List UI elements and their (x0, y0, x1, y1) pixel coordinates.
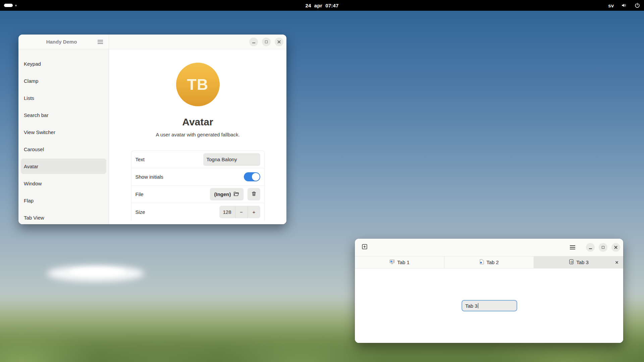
avatar-preferences-list: Text Togna Balony Show initials File (In… (131, 150, 265, 221)
new-tab-button[interactable] (360, 242, 370, 252)
page-subtitle: A user avatar with generated fallback. (156, 132, 239, 137)
handy-headerbar: Handy Demo (18, 35, 286, 49)
maximize-icon (265, 41, 268, 43)
presentation-screen-icon (389, 259, 395, 265)
sidebar-item-avatar[interactable]: Avatar (21, 159, 106, 174)
clock[interactable]: 24 apr 07:47 (0, 3, 644, 8)
avatar-page: TB Avatar A user avatar with generated f… (109, 49, 286, 224)
sidebar-item-flap[interactable]: Flap (21, 193, 106, 208)
text-cursor (478, 303, 479, 308)
maximize-button[interactable] (262, 38, 271, 46)
size-decrement-button[interactable]: − (235, 206, 248, 218)
sidebar-item-carousel[interactable]: Carousel (21, 141, 106, 157)
handy-demo-window: Handy Demo Keypad Clamp Lists Search bar… (18, 35, 286, 224)
tab-bar: Tab 1 Tab 2 @ Tab 3 (355, 256, 623, 268)
tab-title-input-value: Tab 3 (465, 303, 478, 309)
show-initials-toggle[interactable] (244, 172, 260, 181)
tab-label: Tab 1 (397, 259, 410, 265)
file-chooser-button[interactable]: (Ingen) (210, 188, 244, 200)
cloud (69, 267, 126, 276)
show-initials-row: Show initials (131, 168, 264, 186)
sidebar-item-view-switcher[interactable]: View Switcher (21, 124, 106, 140)
tab-page-content: Tab 3 (355, 268, 623, 343)
size-spinbutton: 128 − + (219, 206, 260, 218)
minimize-icon (589, 248, 592, 249)
size-label: Size (136, 209, 145, 215)
close-icon (277, 40, 281, 44)
window-controls (109, 35, 286, 49)
speaker-icon[interactable] (621, 3, 627, 8)
avatar: TB (176, 63, 220, 106)
size-increment-button[interactable]: + (248, 206, 260, 218)
sidebar-item-search-bar[interactable]: Search bar (21, 107, 106, 123)
page-title: Avatar (182, 116, 213, 128)
tab-2[interactable]: Tab 2 (444, 256, 534, 268)
minimize-button[interactable] (586, 243, 595, 252)
tab-label: Tab 3 (576, 259, 589, 265)
hamburger-menu-icon[interactable] (95, 37, 105, 47)
trash-icon (251, 191, 257, 197)
tab-close-button[interactable] (614, 260, 620, 265)
text-label: Text (136, 157, 145, 162)
minimize-button[interactable] (249, 38, 258, 46)
hamburger-menu-icon[interactable] (567, 242, 578, 252)
top-bar: 24 apr 07:47 sv (0, 0, 644, 11)
toggle-knob (252, 173, 260, 181)
folder-open-icon (233, 191, 239, 197)
delete-file-button[interactable] (248, 188, 260, 200)
power-icon[interactable] (635, 3, 640, 8)
tab-label: Tab 2 (486, 259, 499, 265)
sidebar-item-tab-view[interactable]: Tab View (21, 210, 106, 224)
tab-view-window: Tab 1 Tab 2 @ Tab 3 (355, 239, 623, 343)
sidebar-item-keypad[interactable]: Keypad (21, 56, 106, 71)
window-title: Handy Demo (18, 39, 95, 45)
tab-3[interactable]: @ Tab 3 (534, 256, 623, 268)
tab-new-icon (362, 244, 368, 251)
avatar-text-input[interactable]: Togna Balony (203, 153, 260, 166)
file-controls: (Ingen) (210, 188, 260, 200)
tab-1[interactable]: Tab 1 (355, 256, 444, 268)
size-value-input[interactable]: 128 (219, 206, 235, 218)
tab-title-input[interactable]: Tab 3 (462, 300, 517, 311)
close-icon (615, 261, 619, 264)
svg-text:@: @ (570, 260, 573, 263)
avatar-initials: TB (187, 75, 208, 94)
file-label: File (136, 191, 144, 197)
show-initials-label: Show initials (136, 174, 163, 180)
minimize-icon (252, 43, 255, 43)
document-icon (479, 259, 484, 265)
close-button[interactable] (611, 243, 620, 252)
tab-window-headerbar (355, 239, 623, 256)
size-row: Size 128 − + (131, 203, 264, 221)
close-icon (614, 245, 618, 249)
system-status-area: sv (608, 0, 640, 11)
maximize-icon (602, 246, 604, 249)
file-chooser-label: (Ingen) (214, 191, 231, 197)
keyboard-layout-indicator[interactable]: sv (608, 3, 614, 8)
text-row: Text Togna Balony (131, 151, 264, 168)
sidebar-item-clamp[interactable]: Clamp (21, 73, 106, 88)
maximize-button[interactable] (599, 243, 607, 252)
file-row: File (Ingen) (131, 186, 264, 203)
sidebar-headerbar: Handy Demo (18, 35, 109, 49)
close-button[interactable] (275, 38, 283, 46)
sidebar: Keypad Clamp Lists Search bar View Switc… (18, 49, 109, 224)
address-book-icon: @ (569, 259, 574, 265)
sidebar-item-window[interactable]: Window (21, 176, 106, 191)
sidebar-item-lists[interactable]: Lists (21, 90, 106, 106)
